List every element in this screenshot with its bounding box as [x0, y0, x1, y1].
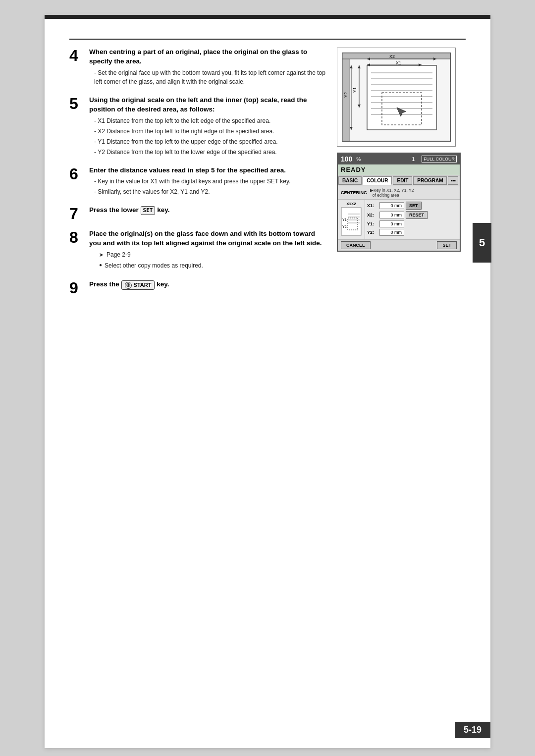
copier-info-row: CENTERING ▶Key in X1, X2, Y1, Y2 of edit… [338, 186, 460, 200]
page-number: 5-19 [455, 722, 490, 738]
copier-tabs: BASIC COLOUR EDIT PROGRAM ▪▪▪ [338, 175, 460, 186]
y2-value[interactable]: 0 mm [379, 229, 404, 236]
step-4-title: When centring a part of an original, pla… [89, 48, 327, 66]
step-4-bullet-1: Set the original face up with the bottom… [89, 68, 327, 86]
step-8-content: Place the original(s) on the glass face … [89, 229, 327, 272]
copier-axis-svg: Y1 Y2 [341, 207, 362, 236]
step-5-bullet-3: Y1 Distance from the top left to the upp… [89, 137, 327, 146]
step-5-bullet-4: Y2 Distance from the top left to the low… [89, 148, 327, 157]
set-button-x1[interactable]: SET [406, 202, 422, 210]
cancel-button[interactable]: CANCEL [341, 241, 371, 249]
step-6: 6 Enter the distance values read in step… [69, 166, 327, 198]
x1-field-row: X1: 0 mm SET [367, 202, 458, 210]
step-5-title: Using the original scale on the left and… [89, 96, 327, 114]
step-9: 9 Press the ◎ START key. [69, 280, 327, 296]
y1-label: Y1: [367, 221, 378, 226]
x2-field-row: X2: 0 mm RESET [367, 211, 458, 219]
copier-mode-label: FULL COLOUR [422, 156, 457, 162]
set-key-ref: SET [141, 206, 156, 215]
step-5-number: 5 [69, 96, 84, 158]
y2-label: Y2: [367, 230, 378, 235]
step-6-number: 6 [69, 166, 84, 198]
tab-more[interactable]: ▪▪▪ [448, 176, 458, 185]
copier-info-text: ▶Key in X1, X2, Y1, Y2 of editing area [370, 188, 414, 198]
step-5-body: X1 Distance from the top left to the lef… [89, 116, 327, 157]
copier-copy-count: 1 [412, 156, 415, 162]
step-9-title: Press the ◎ START key. [89, 280, 327, 290]
step-8-title: Place the original(s) on the glass face … [89, 229, 327, 248]
step-6-content: Enter the distance values read in step 5… [89, 166, 327, 198]
centering-label: CENTERING [341, 190, 367, 195]
tab-program[interactable]: PROGRAM [413, 176, 447, 185]
section-tab: 5 [473, 223, 491, 263]
copier-x1x2-label: X1X2 [346, 202, 356, 206]
y2-field-row: Y2: 0 mm [367, 229, 458, 236]
step-7-prefix: Press the lower [89, 206, 141, 214]
svg-text:Y1: Y1 [342, 218, 347, 221]
step-6-title: Enter the distance values read in step 5… [89, 166, 327, 175]
step-6-bullet-2: Similarly, set the values for X2, Y1 and… [89, 187, 327, 196]
step-7-suffix: key. [157, 206, 169, 214]
copier-percent: 100 [341, 155, 352, 163]
step-4-content: When centring a part of an original, pla… [89, 48, 327, 88]
svg-rect-3 [367, 65, 436, 130]
step-7: 7 Press the lower SET key. [69, 206, 327, 221]
copier-ready-status: READY [338, 164, 460, 175]
step-5-bullet-1: X1 Distance from the top left to the lef… [89, 116, 327, 125]
step-6-bullet-1: Key in the value for X1 with the digital… [89, 177, 327, 186]
step-9-number: 9 [69, 280, 84, 296]
svg-rect-30 [341, 208, 361, 235]
step-7-content: Press the lower SET key. [89, 206, 327, 221]
set-footer-button[interactable]: SET [437, 241, 457, 249]
x1-value[interactable]: 0 mm [379, 202, 404, 209]
step-8-number: 8 [69, 229, 84, 272]
copier-pct-sign: % [356, 157, 361, 162]
step-8-body: Page 2-9 Select other copy modes as requ… [89, 250, 327, 270]
svg-text:Y2: Y2 [342, 225, 347, 228]
top-bar [45, 15, 490, 19]
reset-button[interactable]: RESET [406, 211, 428, 219]
step-8: 8 Place the original(s) on the glass fac… [69, 229, 327, 272]
svg-text:Y2: Y2 [343, 92, 348, 98]
step-4-number: 4 [69, 48, 84, 88]
step-5: 5 Using the original scale on the left a… [69, 96, 327, 158]
start-key-label: START [134, 281, 152, 289]
glass-diagram-svg: X2 X1 Y2 Y1 [337, 48, 455, 146]
copier-footer: CANCEL SET [338, 239, 460, 251]
step-5-content: Using the original scale on the left and… [89, 96, 327, 158]
copier-fields-area: X1: 0 mm SET X2: 0 mm RESET Y1: [365, 200, 460, 239]
left-column: 4 When centring a part of an original, p… [69, 48, 327, 304]
svg-text:X2: X2 [389, 54, 395, 59]
tab-colour[interactable]: COLOUR [363, 176, 392, 185]
step-4: 4 When centring a part of an original, p… [69, 48, 327, 88]
copier-header: 100 % 1 FULL COLOUR [338, 154, 460, 164]
copier-axis-area: X1X2 Y1 Y2 [338, 200, 365, 239]
x2-value[interactable]: 0 mm [379, 212, 404, 218]
step-6-body: Key in the value for X1 with the digital… [89, 177, 327, 196]
x2-label: X2: [367, 213, 378, 217]
y1-field-row: Y1: 0 mm [367, 220, 458, 227]
step-8-page-ref: Page 2-9 [99, 250, 327, 259]
step-9-prefix: Press the [89, 280, 121, 288]
page: 4 When centring a part of an original, p… [45, 15, 490, 748]
svg-text:Y1: Y1 [352, 87, 357, 93]
step-8-bullet: Select other copy modes as required. [99, 261, 327, 270]
step-7-number: 7 [69, 206, 84, 221]
step-4-body: Set the original face up with the bottom… [89, 68, 327, 86]
x1-label: X1: [367, 203, 378, 208]
start-circle-icon: ◎ [125, 282, 132, 289]
step-9-suffix: key. [157, 280, 169, 288]
glass-diagram: X2 X1 Y2 Y1 [337, 48, 456, 147]
copier-body: X1X2 Y1 Y2 [338, 200, 460, 239]
start-key-ref: ◎ START [121, 280, 155, 290]
right-column: X2 X1 Y2 Y1 [337, 48, 466, 304]
y1-value[interactable]: 0 mm [379, 220, 404, 227]
step-7-title: Press the lower SET key. [89, 206, 327, 215]
step-5-bullet-2: X2 Distance from the top left to the rig… [89, 127, 327, 136]
tab-basic[interactable]: BASIC [338, 176, 362, 185]
copier-panel: 100 % 1 FULL COLOUR READY BASIC COLOUR E… [337, 153, 461, 252]
tab-edit[interactable]: EDIT [393, 176, 412, 185]
main-layout: 4 When centring a part of an original, p… [69, 48, 466, 304]
step-9-content: Press the ◎ START key. [89, 280, 327, 296]
